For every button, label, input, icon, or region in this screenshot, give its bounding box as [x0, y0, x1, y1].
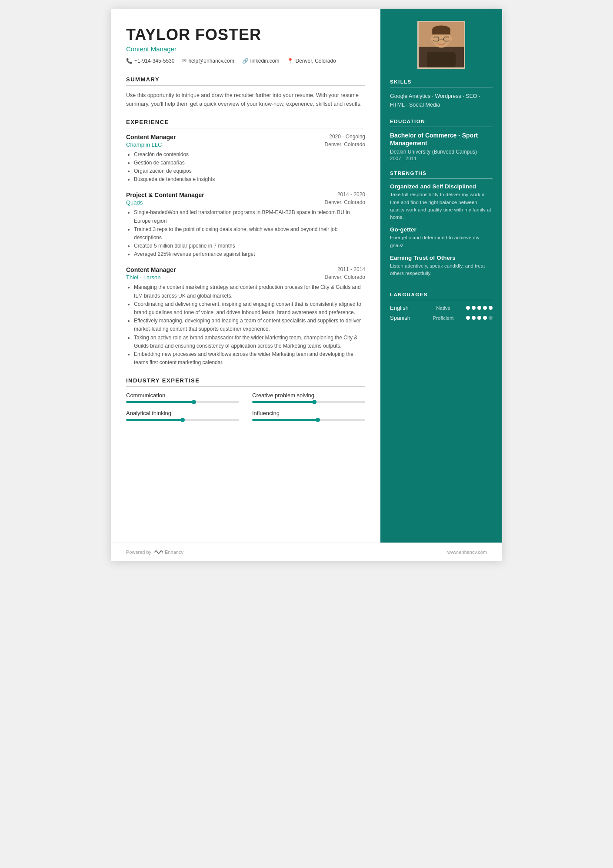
strength-name: Organized and Self Disciplined	[390, 183, 493, 190]
header-section: TAYLOR FOSTER Content Manager 📞 +1-914-3…	[126, 26, 365, 64]
education-title: EDUCATION	[390, 119, 493, 127]
exp-dates: 2011 - 2014	[337, 266, 365, 272]
expertise-item-3: Influencing	[252, 410, 365, 421]
exp-company: Quads	[126, 199, 143, 206]
exp-bullet: Creación de contenidos	[134, 151, 365, 159]
progress-bar	[126, 401, 239, 403]
education-degree: Bachelor of Commerce - Sport Management	[390, 131, 493, 147]
photo-area	[390, 21, 493, 69]
phone-item: 📞 +1-914-345-5530	[126, 58, 174, 64]
lang-dot	[477, 316, 481, 320]
lang-dot	[483, 306, 487, 310]
progress-dot	[316, 418, 320, 422]
contact-info: 📞 +1-914-345-5530 ✉ help@enhancv.com 🔗 l…	[126, 58, 365, 64]
strengths-section: STRENGTHS Organized and Self Disciplined…	[390, 171, 493, 282]
exp-bullet: Embedding new processes and workflows ac…	[134, 350, 365, 367]
strength-item-1: Go-getter Energetic and determined to ac…	[390, 226, 493, 249]
linkedin-text: linkedin.com	[250, 58, 280, 64]
svg-point-10	[449, 36, 452, 41]
footer: Powered by Enhancv www.enhancv.com	[111, 543, 502, 561]
email-text: help@enhancv.com	[188, 58, 234, 64]
exp-bullet: Organización de equipos	[134, 167, 365, 175]
languages-items-container: English Native Spanish Proficient	[390, 305, 493, 321]
expertise-item-1: Creative problem solving	[252, 392, 365, 403]
resume-page: TAYLOR FOSTER Content Manager 📞 +1-914-3…	[111, 9, 502, 561]
experience-item-0: Content Manager 2020 - Ongoing Champlin …	[126, 134, 365, 184]
strengths-items-container: Organized and Self Disciplined Take full…	[390, 183, 493, 277]
expertise-title: INDUSTRY EXPERTISE	[126, 377, 365, 387]
exp-dates: 2014 - 2020	[337, 191, 365, 198]
exp-dates: 2020 - Ongoing	[329, 134, 365, 140]
progress-fill	[252, 401, 314, 403]
summary-text: Use this opportunity to intrigue and dra…	[126, 91, 365, 108]
lang-level: Proficient	[429, 315, 457, 321]
summary-title: SUMMARY	[126, 76, 365, 86]
experience-item-1: Project & Content Manager 2014 - 2020 Qu…	[126, 191, 365, 258]
lang-dot	[489, 306, 493, 310]
expertise-item-0: Communication	[126, 392, 239, 403]
exp-bullet: Effectively managing, developing and lea…	[134, 317, 365, 333]
education-school: Deakin University (Burwood Campus)	[390, 149, 493, 155]
languages-section: LANGUAGES English Native Spanish Profici…	[390, 292, 493, 325]
progress-fill	[252, 419, 318, 421]
exp-bullets: Single-handedWon and led transformation …	[126, 208, 365, 258]
exp-location: Denver, Colorado	[325, 199, 365, 206]
expertise-grid: Communication Creative problem solving A…	[126, 392, 365, 421]
left-column: TAYLOR FOSTER Content Manager 📞 +1-914-3…	[111, 9, 380, 543]
svg-point-9	[430, 36, 434, 41]
strength-name: Earning Trust of Others	[390, 255, 493, 261]
expertise-section: INDUSTRY EXPERTISE Communication Creativ…	[126, 377, 365, 421]
exp-header: Content Manager 2020 - Ongoing	[126, 134, 365, 141]
exp-sub: Quads Denver, Colorado	[126, 199, 365, 206]
expertise-label: Influencing	[252, 410, 365, 416]
phone-icon: 📞	[126, 58, 133, 64]
language-item-0: English Native	[390, 305, 493, 311]
expertise-label: Creative problem solving	[252, 392, 365, 399]
email-item: ✉ help@enhancv.com	[182, 58, 234, 64]
languages-title: LANGUAGES	[390, 292, 493, 300]
photo-svg	[419, 21, 464, 69]
exp-title: Content Manager	[126, 266, 176, 273]
main-layout: TAYLOR FOSTER Content Manager 📞 +1-914-3…	[111, 9, 502, 543]
expertise-label: Analytical thinking	[126, 410, 239, 416]
lang-dot	[466, 306, 470, 310]
lang-name: English	[390, 305, 420, 311]
language-item-1: Spanish Proficient	[390, 315, 493, 321]
location-text: Denver, Colorado	[295, 58, 336, 64]
experience-items-container: Content Manager 2020 - Ongoing Champlin …	[126, 134, 365, 367]
exp-sub: Thiel - Larson Denver, Colorado	[126, 274, 365, 281]
progress-bar	[252, 419, 365, 421]
skills-title: SKILLS	[390, 79, 493, 87]
lang-dot	[483, 316, 487, 320]
right-column: SKILLS Google Analytics · Wordpress · SE…	[380, 9, 502, 543]
lang-dot	[489, 316, 493, 320]
strength-name: Go-getter	[390, 226, 493, 233]
experience-title: EXPERIENCE	[126, 119, 365, 128]
lang-dot	[472, 316, 476, 320]
location-icon: 📍	[287, 58, 293, 64]
exp-bullet: Coordinating and delivering coherent, in…	[134, 300, 365, 317]
education-section: EDUCATION Bachelor of Commerce - Sport M…	[390, 119, 493, 161]
skills-section: SKILLS Google Analytics · Wordpress · SE…	[390, 79, 493, 109]
expertise-item-2: Analytical thinking	[126, 410, 239, 421]
strength-desc: Energetic and determined to achieve my g…	[390, 234, 493, 249]
linkedin-item: 🔗 linkedin.com	[242, 58, 280, 64]
link-icon: 🔗	[242, 58, 249, 64]
skills-text: Google Analytics · Wordpress · SEO · HTM…	[390, 92, 493, 109]
lang-dots	[466, 316, 493, 320]
exp-bullet: Gestión de campañas	[134, 159, 365, 167]
exp-company: Champlin LLC	[126, 141, 162, 148]
exp-title: Content Manager	[126, 134, 176, 141]
lang-name: Spanish	[390, 315, 420, 321]
exp-bullet: Taking an active role as brand ambassado…	[134, 334, 365, 350]
progress-dot	[312, 400, 316, 404]
job-title: Content Manager	[126, 45, 365, 53]
candidate-name: TAYLOR FOSTER	[126, 26, 365, 44]
location-item: 📍 Denver, Colorado	[287, 58, 336, 64]
lang-level: Native	[429, 305, 457, 311]
strength-desc: Take full responsibility to deliver my w…	[390, 191, 493, 221]
lang-dots	[466, 306, 493, 310]
lang-dot	[477, 306, 481, 310]
expertise-label: Communication	[126, 392, 239, 399]
website-url: www.enhancv.com	[447, 550, 487, 555]
